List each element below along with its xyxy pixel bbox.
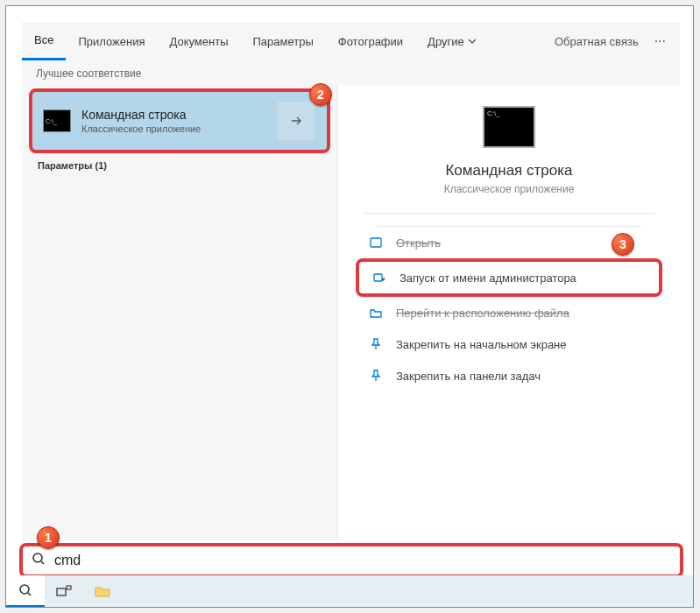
tab-more[interactable]: Другие: [415, 22, 489, 60]
annotation-badge-3: 3: [612, 233, 634, 256]
arrow-right-icon: [289, 114, 303, 128]
action-pin-taskbar[interactable]: Закрепить на панели задач: [356, 360, 662, 391]
action-pin-start-label: Закрепить на начальном экране: [396, 338, 567, 351]
best-match-item[interactable]: C:\_ Командная строка Классическое прило…: [29, 88, 330, 153]
annotation-badge-1: 1: [37, 526, 60, 549]
taskview-icon: [56, 585, 72, 597]
search-icon: [32, 552, 46, 569]
svg-rect-1: [374, 274, 382, 281]
taskbar-search-button[interactable]: [6, 575, 45, 607]
svg-point-3: [20, 585, 29, 594]
folder-icon: [368, 305, 384, 321]
search-input[interactable]: [54, 553, 671, 568]
details-pane: C:\_ Командная строка Классическое прило…: [337, 85, 680, 540]
divider: [363, 213, 655, 214]
tab-more-label: Другие: [428, 35, 464, 48]
svg-rect-0: [371, 238, 381, 247]
taskbar-taskview-button[interactable]: [45, 575, 83, 607]
annotation-badge-2: 2: [309, 83, 332, 106]
search-box-container: [19, 543, 683, 578]
tab-all[interactable]: Все: [22, 22, 66, 60]
svg-rect-4: [57, 588, 66, 595]
more-options-button[interactable]: ···: [647, 33, 673, 49]
best-match-subtitle: Классическое приложение: [81, 123, 276, 134]
expand-arrow-button[interactable]: [276, 101, 316, 141]
details-title: Командная строка: [338, 162, 680, 180]
settings-group-header: Параметры (1): [22, 157, 337, 171]
search-icon: [18, 583, 32, 597]
best-match-texts: Командная строка Классическое приложение: [81, 108, 276, 134]
svg-point-2: [33, 553, 42, 562]
chevron-down-icon: [468, 37, 477, 46]
admin-icon: [371, 270, 387, 285]
feedback-link[interactable]: Обратная связь: [555, 35, 639, 48]
action-open-label: Открыть: [396, 236, 441, 250]
best-match-header: Лучшее соответствие: [22, 60, 680, 85]
open-icon: [368, 235, 384, 250]
tab-apps[interactable]: Приложения: [66, 22, 157, 60]
action-open-location-label: Перейти к расположению файла: [396, 306, 569, 320]
tab-settings[interactable]: Параметры: [240, 22, 325, 60]
action-run-as-admin-label: Запуск от имени администратора: [399, 271, 576, 285]
cmd-large-icon: C:\_: [483, 106, 535, 148]
action-pin-start[interactable]: Закрепить на начальном экране: [356, 328, 662, 360]
folder-icon: [95, 585, 110, 597]
tab-photos[interactable]: Фотографии: [326, 22, 415, 60]
action-run-as-admin[interactable]: Запуск от имени администратора: [356, 258, 662, 297]
action-open-location[interactable]: Перейти к расположению файла: [356, 297, 662, 328]
pin-start-icon: [368, 336, 384, 352]
results-left-column: C:\_ Командная строка Классическое прило…: [22, 85, 337, 540]
taskbar: [6, 575, 693, 607]
cmd-icon: C:\_: [43, 109, 71, 132]
search-results-panel: Все Приложения Документы Параметры Фотог…: [22, 22, 680, 540]
action-pin-taskbar-label: Закрепить на панели задач: [396, 370, 541, 383]
svg-rect-5: [67, 586, 71, 589]
tab-documents[interactable]: Документы: [157, 22, 240, 60]
details-subtitle: Классическое приложение: [338, 183, 680, 195]
best-match-title: Командная строка: [81, 108, 276, 122]
taskbar-explorer-button[interactable]: [83, 575, 122, 607]
filter-tabs-row: Все Приложения Документы Параметры Фотог…: [22, 22, 680, 60]
pin-taskbar-icon: [368, 368, 384, 384]
